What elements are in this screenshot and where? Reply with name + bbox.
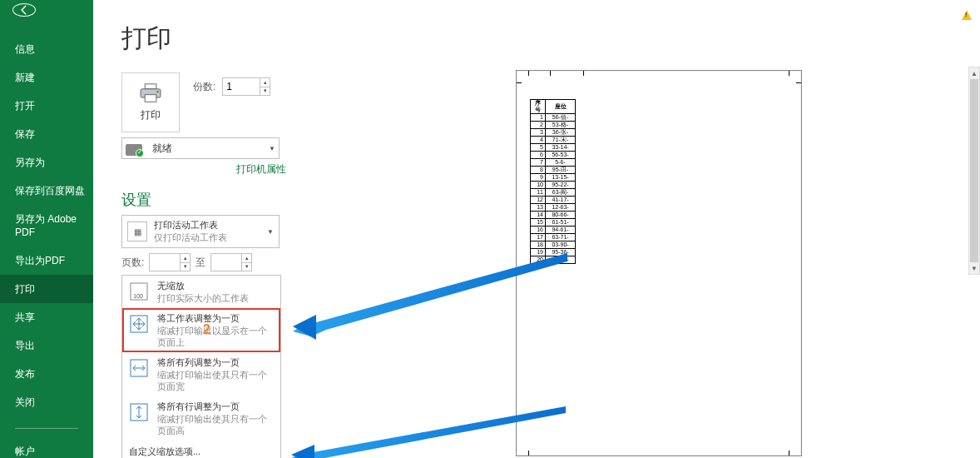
copies-down[interactable]: ▼ [260,87,270,96]
page-to-spinbox[interactable]: ▲▼ [210,253,252,271]
printer-properties-link[interactable]: 打印机属性 [121,162,333,177]
table-row: 656-53- [531,152,576,159]
table-cell: 94-61- [546,227,576,234]
table-row: 1763-71- [531,234,576,241]
annotation-marker-2: 2 [203,322,210,337]
table-cell: 33-14- [546,144,576,152]
sidebar-item-account[interactable]: 帐户 [0,437,93,458]
fit-rows-icon [127,401,151,424]
print-what-dropdown[interactable]: ▦ 打印活动工作表 仅打印活动工作表 ▼ [121,215,280,248]
scaling-option-fit-rows[interactable]: 将所有行调整为一页 缩减打印输出使其只有一个页面高 [122,396,280,441]
sidebar-item-info[interactable]: 信息 [0,35,93,63]
svg-rect-0 [145,83,156,88]
printer-dropdown[interactable]: 就绪 ▼ [121,137,280,159]
scaling-option-title: 将工作表调整为一页 [157,312,275,325]
sidebar-item-new[interactable]: 新建 [0,63,93,92]
table-row: 1694-61- [531,227,576,234]
scaling-dropdown-list: 100 无缩放 打印实际大小的工作表 将工作表调整为一页 缩减打印输出以显示在一… [121,275,281,458]
sidebar-item-export[interactable]: 导出 [0,331,93,360]
page-from-up[interactable]: ▲ [181,254,190,263]
page-title: 打印 [121,22,333,56]
page-from-input[interactable] [150,254,180,271]
scaling-option-no-scaling[interactable]: 100 无缩放 打印实际大小的工作表 [122,276,280,308]
table-row: 533-14- [531,144,576,152]
back-button[interactable] [12,3,36,17]
table-cell: 63-71- [546,234,576,241]
scroll-up-icon[interactable]: ▲ [969,67,979,79]
sidebar-item-adobe-pdf[interactable]: 另存为 Adobe PDF [0,205,93,246]
table-cell: 36-张- [546,129,576,137]
table-cell: 10 [531,182,546,189]
printer-status-label: 就绪 [152,142,172,156]
scaling-option-title: 无缩放 [157,280,275,292]
scaling-option-sub: 缩减打印输出使其只有一个页面高 [157,413,275,436]
sidebar-item-baidu[interactable]: 保存到百度网盘 [0,177,93,205]
table-row: 253-格- [531,122,576,129]
table-cell: 16 [531,227,546,234]
table-row: 1163-阎- [531,189,576,197]
sidebar-item-publish[interactable]: 发布 [0,360,93,388]
table-cell: 95-36- [546,249,576,256]
th-1: 座位 [546,100,576,114]
scaling-option-title: 将所有行调整为一页 [157,401,275,413]
table-cell: 2 [531,122,546,129]
table-cell: 5-6- [546,159,576,167]
copies-up[interactable]: ▲ [260,78,270,87]
sidebar-item-export-pdf[interactable]: 导出为PDF [0,246,93,275]
th-0: 序号 [531,100,546,114]
table-cell: 95-田- [546,167,576,174]
preview-table: 序号座位 156-值-253-格-336-张-471-宋-533-14-656-… [530,99,576,264]
table-row: 1241-17- [531,197,576,204]
table-cell: 63-阎- [546,189,576,197]
printer-icon [139,83,162,103]
print-button[interactable]: 打印 [121,72,180,132]
table-cell: 61-51- [546,219,576,227]
table-cell: 53-格- [546,122,576,129]
table-row: 1995-36- [531,249,576,256]
preview-scrollbar[interactable]: ▲ ▼ [968,67,980,275]
fit-columns-icon [127,356,151,380]
scaling-option-fit-columns[interactable]: 将所有列调整为一页 缩减打印输出使其只有一个页面宽 [122,352,280,396]
scaling-custom-option[interactable]: 自定义缩放选项... [122,441,280,458]
sidebar-item-share[interactable]: 共享 [0,303,93,331]
page-to-up[interactable]: ▲ [242,254,251,263]
print-what-title: 打印活动工作表 [154,219,260,231]
sidebar-item-open[interactable]: 打开 [0,92,93,120]
sidebar-item-save[interactable]: 保存 [0,120,93,148]
page-to-input[interactable] [211,254,241,271]
sidebar-item-saveas[interactable]: 另存为 [0,148,93,177]
page-from-spinbox[interactable]: ▲▼ [149,253,191,271]
chevron-down-icon: ▼ [269,145,275,152]
copies-input[interactable] [223,78,260,95]
sidebar-item-print[interactable]: 打印 [0,275,93,303]
table-cell: 15 [531,219,546,227]
copies-spinbox[interactable]: ▲ ▼ [222,77,270,96]
scaling-option-fit-sheet[interactable]: 将工作表调整为一页 缩减打印输出以显示在一个页面上 [122,308,280,352]
settings-header: 设置 [121,190,333,210]
table-cell: 13 [531,204,546,212]
table-row: 471-宋- [531,137,576,144]
scaling-option-sub: 缩减打印输出使其只有一个页面宽 [157,369,275,392]
scroll-down-icon[interactable]: ▼ [969,262,979,274]
table-cell: 12-63- [546,204,576,212]
page-to-down[interactable]: ▼ [242,263,251,271]
fit-sheet-icon [127,312,151,336]
table-row: 1480-66- [531,212,576,219]
svg-text:100: 100 [133,293,143,299]
arrow-left-icon [18,4,30,16]
table-cell: 20-23- [546,256,576,264]
table-row: 1312-63- [531,204,576,212]
print-button-label: 打印 [141,108,161,122]
scroll-thumb[interactable] [970,79,978,262]
table-cell: 7 [531,159,546,167]
page-from-down[interactable]: ▼ [181,263,190,271]
table-cell: 4 [531,137,546,144]
svg-point-3 [156,91,158,92]
table-cell: 56-53- [546,152,576,159]
table-row: 2020-23- [531,256,576,264]
worksheet-icon: ▦ [127,222,147,241]
table-cell: 1 [531,114,546,122]
table-cell: 80-66- [546,212,576,219]
sidebar-item-close[interactable]: 关闭 [0,388,93,416]
print-what-sub: 仅打印活动工作表 [154,231,260,244]
